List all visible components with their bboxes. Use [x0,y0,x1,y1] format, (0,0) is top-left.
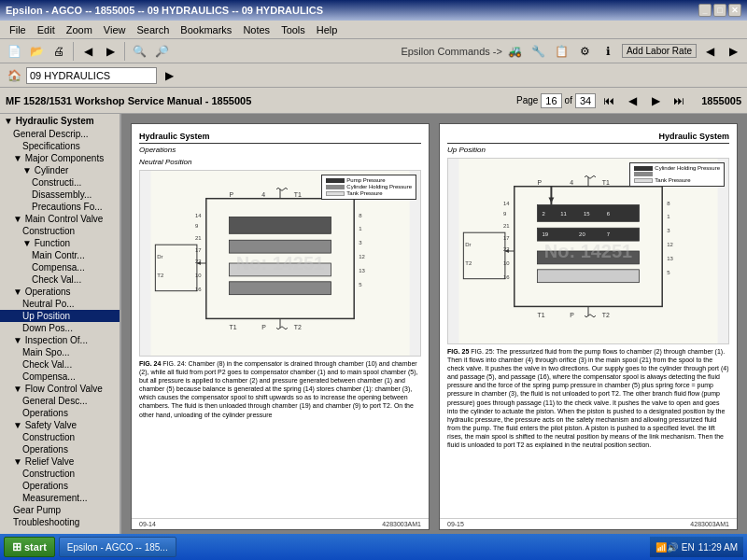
right-page-header: Hydraulic System [447,132,729,144]
sidebar-item-15[interactable]: Neutral Po... [0,298,120,310]
sidebar-item-31[interactable]: Measurement... [0,492,120,504]
sidebar-item-10[interactable]: ▼ Function [0,237,120,249]
sidebar-item-24[interactable]: Operations [0,407,120,419]
svg-text:13: 13 [359,268,365,273]
menu-item-tools[interactable]: Tools [275,22,311,37]
left-fig-num: FIG. 24 [139,360,161,367]
sidebar-item-25[interactable]: ▼ Safety Valve [0,419,120,431]
sidebar-item-16[interactable]: Up Position [0,310,120,322]
menu-item-bookmarks[interactable]: Bookmarks [175,22,237,37]
info-icon[interactable]: ℹ [599,42,619,61]
epsilon-commands-label: Epsilon Commands -> [401,46,502,57]
prev-page-button[interactable]: ◀ [622,91,642,110]
sidebar-item-4[interactable]: ▼ Cylinder [0,164,120,176]
right-fig-caption-block: FIG. 25 FIG. 25: The pressurized fluid f… [447,347,729,449]
tractor-icon[interactable]: 🚜 [505,42,526,61]
sidebar-item-28[interactable]: ▼ Relief Valve [0,455,120,468]
doc-toolbar: MF 1528/1531 Workshop Service Manual - 1… [0,88,747,114]
svg-text:T1: T1 [294,191,302,198]
sidebar-item-6[interactable]: Disassembly... [0,189,120,201]
last-page-button[interactable]: ⏭ [669,91,689,110]
sidebar-item-18[interactable]: ▼ Inspection Of... [0,334,120,346]
right-page: Hydraulic System Up Position No: 14251 [439,123,738,530]
sidebar-item-11[interactable]: Main Contr... [0,249,120,261]
separator1 [73,42,74,61]
home-button[interactable]: 🏠 [4,66,24,85]
legend-color-pump [326,178,345,183]
settings-icon[interactable]: ⚙ [575,42,596,61]
sidebar-item-13[interactable]: Check Val... [0,273,120,286]
nav-prev-icon[interactable]: ◀ [699,42,720,61]
page-current: 16 [541,93,561,108]
svg-text:T2: T2 [294,324,302,330]
back-button[interactable]: ◀ [78,42,98,61]
svg-text:T2: T2 [602,312,610,318]
right-legend-color-tank [634,178,653,183]
sidebar-item-17[interactable]: Down Pos... [0,322,120,334]
sidebar-item-22[interactable]: ▼ Flow Control Valve [0,383,120,395]
start-button[interactable]: ⊞ start [4,537,55,557]
svg-text:17: 17 [503,235,510,241]
legend-cylinder-label: Cylinder Holding Pressure [346,184,412,189]
sidebar-item-3[interactable]: ▼ Major Components [0,152,120,164]
go-button[interactable]: ▶ [159,66,179,85]
taskbar-epsilon-item[interactable]: Epsilon - AGCO -- 185... [59,537,176,557]
add-labor-rate-button[interactable]: Add Labor Rate [622,44,697,58]
sidebar-item-23[interactable]: General Desc... [0,395,120,407]
page-total: 34 [575,93,596,108]
sidebar-item-32[interactable]: Gear Pump [0,504,120,516]
next-page-button[interactable]: ▶ [645,91,666,110]
sidebar-item-30[interactable]: Operations [0,480,120,492]
sidebar-item-29[interactable]: Construction [0,468,120,480]
sidebar-item-33[interactable]: Troubleshooting [0,516,120,528]
tray-time: 11:29 AM [698,542,738,553]
sidebar-toc[interactable]: ▼ Hydraulic SystemGeneral Descrip...Spec… [0,114,121,539]
svg-text:T2: T2 [465,260,472,266]
svg-text:11: 11 [560,211,567,217]
minimize-button[interactable]: _ [698,4,712,17]
print-button[interactable]: 🖨 [49,42,69,61]
maximize-button[interactable]: □ [713,4,726,17]
sidebar-item-26[interactable]: Construction [0,431,120,443]
svg-rect-3 [230,240,331,253]
left-page: Hydraulic System Operations Neutral Posi… [131,123,430,530]
sidebar-item-9[interactable]: Construction [0,225,120,237]
sidebar-item-2[interactable]: Specifications [0,140,120,152]
sidebar-item-5[interactable]: Constructi... [0,176,120,189]
menu-item-search[interactable]: Search [131,22,175,37]
svg-rect-37 [538,270,640,283]
menu-item-file[interactable]: File [4,22,32,37]
sidebar-item-20[interactable]: Check Val... [0,358,120,371]
pages-row: Hydraulic System Operations Neutral Posi… [131,123,738,530]
separator2 [124,42,125,61]
menu-item-edit[interactable]: Edit [32,22,61,37]
svg-text:21: 21 [195,235,202,241]
forward-button[interactable]: ▶ [100,42,120,61]
sidebar-item-12[interactable]: Compensa... [0,261,120,273]
taskbar-epsilon-label: Epsilon - AGCO -- 185... [67,542,168,553]
zoom-out-button[interactable]: 🔍 [129,42,149,61]
first-page-button[interactable]: ⏮ [599,91,619,110]
menu-item-help[interactable]: Help [311,22,344,37]
nav-next-icon[interactable]: ▶ [723,42,743,61]
new-button[interactable]: 📄 [4,42,24,61]
menu-item-zoom[interactable]: Zoom [61,22,98,37]
sidebar-item-7[interactable]: Precautions Fo... [0,201,120,213]
sidebar-item-8[interactable]: ▼ Main Control Valve [0,213,120,225]
close-button[interactable]: ✕ [728,4,741,17]
sidebar-item-21[interactable]: Compensa... [0,371,120,383]
legend-color-tank [326,191,345,196]
sidebar-item-27[interactable]: Operations [0,443,120,455]
sidebar-item-1[interactable]: General Descrip... [0,128,120,140]
address-input[interactable] [26,67,157,84]
menu-item-view[interactable]: View [98,22,132,37]
sidebar-item-19[interactable]: Main Spo... [0,346,120,358]
zoom-in-button[interactable]: 🔎 [151,42,172,61]
sidebar-item-0[interactable]: ▼ Hydraulic System [0,114,120,128]
menu-item-notes[interactable]: Notes [237,22,275,37]
sidebar-item-14[interactable]: ▼ Operations [0,286,120,298]
tool-icon[interactable]: 🔧 [529,42,549,61]
legend-pump-label: Pump Pressure [346,177,385,183]
document-icon[interactable]: 📋 [552,42,572,61]
open-button[interactable]: 📂 [26,42,47,61]
